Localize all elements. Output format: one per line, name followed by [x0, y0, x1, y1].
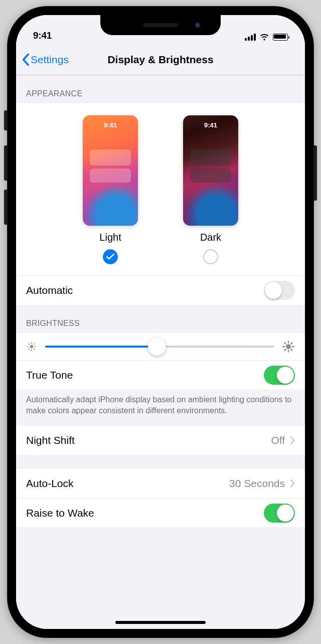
- true-tone-footer: Automatically adapt iPhone display based…: [16, 389, 305, 426]
- status-time: 9:41: [33, 30, 52, 41]
- night-shift-label: Night Shift: [26, 434, 75, 446]
- appearance-selector: 9:41 Light 9:41: [16, 103, 305, 276]
- sun-small-icon: [26, 341, 37, 352]
- slider-thumb[interactable]: [148, 338, 166, 356]
- appearance-thumb-dark: 9:41: [183, 115, 238, 226]
- cell-raise-to-wake[interactable]: Raise to Wake: [16, 498, 305, 527]
- svg-line-14: [284, 343, 285, 344]
- battery-icon: [273, 34, 288, 41]
- auto-lock-label: Auto-Lock: [26, 477, 74, 490]
- svg-line-8: [34, 344, 35, 344]
- brightness-slider-row: [16, 333, 305, 360]
- svg-line-6: [34, 349, 35, 350]
- cell-auto-lock[interactable]: Auto-Lock 30 Seconds: [16, 469, 305, 498]
- appearance-label-dark: Dark: [200, 232, 221, 243]
- checkmark-icon: [106, 254, 114, 260]
- appearance-option-light[interactable]: 9:41 Light: [83, 115, 138, 264]
- cell-night-shift[interactable]: Night Shift Off: [16, 426, 305, 455]
- auto-lock-value: 30 Seconds: [229, 477, 285, 490]
- svg-line-5: [29, 344, 29, 344]
- radio-light-selected[interactable]: [103, 249, 118, 264]
- svg-point-0: [30, 345, 33, 348]
- appearance-option-dark[interactable]: 9:41 Dark: [183, 115, 238, 264]
- svg-line-15: [291, 349, 292, 350]
- phone-frame: 9:41 Settings Display & Brightness: [7, 6, 314, 638]
- true-tone-toggle[interactable]: [264, 366, 295, 385]
- notch: [100, 15, 221, 35]
- svg-line-7: [29, 349, 29, 350]
- appearance-thumb-light: 9:41: [83, 115, 138, 226]
- night-shift-value: Off: [271, 434, 285, 446]
- status-icons: [245, 33, 288, 41]
- appearance-label-light: Light: [99, 232, 121, 243]
- wifi-icon: [259, 33, 269, 41]
- automatic-toggle[interactable]: [264, 281, 295, 300]
- back-button[interactable]: Settings: [22, 54, 69, 66]
- content[interactable]: APPEARANCE 9:41 Light: [16, 75, 305, 629]
- svg-point-9: [286, 344, 291, 349]
- back-label: Settings: [31, 54, 69, 66]
- cellular-signal-icon: [245, 34, 256, 41]
- raise-to-wake-toggle[interactable]: [264, 504, 295, 523]
- chevron-right-icon: [290, 436, 295, 444]
- screen: 9:41 Settings Display & Brightness: [16, 15, 305, 629]
- section-header-appearance: APPEARANCE: [16, 75, 305, 103]
- chevron-left-icon: [22, 54, 30, 66]
- cell-true-tone[interactable]: True Tone: [16, 360, 305, 389]
- radio-dark-unselected[interactable]: [203, 249, 218, 264]
- svg-line-17: [291, 343, 292, 344]
- svg-line-16: [284, 349, 285, 350]
- home-indicator[interactable]: [115, 621, 206, 624]
- automatic-label: Automatic: [26, 284, 73, 296]
- cell-automatic[interactable]: Automatic: [16, 276, 305, 305]
- section-header-brightness: BRIGHTNESS: [16, 305, 305, 333]
- chevron-right-icon: [290, 479, 295, 488]
- raise-to-wake-label: Raise to Wake: [26, 507, 94, 519]
- true-tone-label: True Tone: [26, 369, 73, 381]
- navigation-bar: Settings Display & Brightness: [16, 44, 305, 75]
- sun-large-icon: [282, 340, 295, 353]
- brightness-slider[interactable]: [45, 346, 274, 348]
